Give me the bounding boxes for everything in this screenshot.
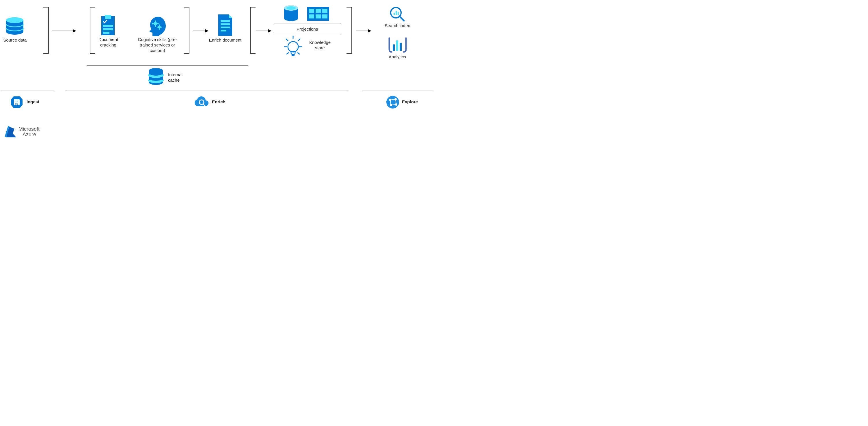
projections-bottom-rule xyxy=(274,34,341,34)
svg-point-45 xyxy=(288,41,298,52)
branding-line1: Microsoft xyxy=(19,126,39,132)
svg-rect-17 xyxy=(159,25,160,26)
arrow-proj-to-explore xyxy=(356,29,372,33)
svg-point-16 xyxy=(158,26,161,29)
ingest-rule xyxy=(1,91,54,91)
analytics-label: Analytics xyxy=(381,54,413,60)
svg-rect-37 xyxy=(322,14,328,19)
svg-marker-22 xyxy=(205,29,209,33)
svg-rect-33 xyxy=(316,9,321,13)
knowledge-store-label: Knowledge store xyxy=(306,40,334,51)
svg-rect-53 xyxy=(398,12,399,15)
svg-line-44 xyxy=(298,53,300,54)
enrich-phase-label: Enrich xyxy=(212,99,235,105)
svg-point-9 xyxy=(154,22,157,25)
arrow-source-to-enrich xyxy=(52,29,76,33)
blob-icon xyxy=(283,5,299,21)
svg-rect-26 xyxy=(221,30,226,31)
svg-point-1 xyxy=(6,17,23,23)
svg-rect-34 xyxy=(322,9,328,13)
enrich-document-icon xyxy=(217,14,233,36)
svg-rect-10 xyxy=(155,21,156,22)
enrich-rule xyxy=(65,91,348,91)
svg-rect-19 xyxy=(157,27,158,28)
arrow-enrich-to-doc xyxy=(193,29,209,33)
ingest-phase-icon: 10 01 xyxy=(10,95,24,109)
svg-line-50 xyxy=(399,16,404,21)
analytics-icon xyxy=(388,36,407,54)
svg-rect-36 xyxy=(316,14,321,19)
svg-rect-55 xyxy=(396,40,398,51)
svg-rect-11 xyxy=(155,25,156,27)
svg-rect-54 xyxy=(393,44,395,51)
ingest-phase-label: Ingest xyxy=(27,99,50,105)
diagram-canvas: Source data Document cracking xyxy=(0,0,434,213)
svg-line-40 xyxy=(298,39,300,41)
svg-marker-48 xyxy=(368,29,371,33)
svg-rect-56 xyxy=(400,43,402,51)
table-icon xyxy=(307,6,330,21)
explore-rule xyxy=(362,91,433,91)
svg-rect-7 xyxy=(103,28,113,30)
enrich-phase-icon xyxy=(194,95,209,108)
svg-marker-28 xyxy=(268,29,272,33)
svg-text:10: 10 xyxy=(15,100,19,102)
cognitive-skills-label: Cognitive skills (pre- trained services … xyxy=(134,37,181,53)
svg-rect-52 xyxy=(396,11,397,15)
svg-rect-18 xyxy=(159,29,160,30)
branding-line2: Azure xyxy=(19,132,39,137)
document-cracking-icon xyxy=(100,15,116,36)
svg-rect-32 xyxy=(309,9,314,13)
search-index-icon xyxy=(389,6,406,23)
source-data-icon xyxy=(5,17,25,36)
explore-phase-icon xyxy=(386,95,400,109)
svg-point-30 xyxy=(286,6,296,10)
source-data-label: Source data xyxy=(0,37,30,43)
enrich-document-label: Enrich document xyxy=(204,37,247,43)
cognitive-skills-icon xyxy=(147,15,168,36)
bracket-after-source xyxy=(43,7,52,54)
azure-branding-text: Microsoft Azure xyxy=(19,126,39,137)
svg-point-64 xyxy=(386,96,399,108)
explore-phase-label: Explore xyxy=(402,99,428,105)
svg-rect-24 xyxy=(221,23,230,25)
bracket-enrich-close xyxy=(184,7,193,54)
svg-text:01: 01 xyxy=(15,102,19,105)
arrow-doc-to-proj xyxy=(256,29,272,33)
internal-cache-icon xyxy=(148,68,164,87)
svg-rect-25 xyxy=(221,27,230,28)
svg-rect-51 xyxy=(394,13,395,15)
svg-rect-8 xyxy=(103,32,110,34)
svg-rect-23 xyxy=(221,20,230,22)
search-index-label: Search index xyxy=(381,23,413,29)
svg-rect-46 xyxy=(292,54,294,56)
svg-rect-6 xyxy=(103,25,113,27)
bracket-proj-open xyxy=(247,7,255,54)
svg-marker-3 xyxy=(73,29,76,33)
svg-rect-20 xyxy=(161,27,162,28)
svg-rect-5 xyxy=(105,15,111,19)
azure-logo-icon xyxy=(3,125,18,139)
internal-cache-label: Internal cache xyxy=(168,72,194,83)
projections-label: Projections xyxy=(274,27,341,32)
knowledge-store-icon xyxy=(283,35,303,61)
bracket-proj-close xyxy=(346,7,355,54)
svg-rect-35 xyxy=(309,14,314,19)
document-cracking-label: Document cracking xyxy=(92,37,124,48)
svg-line-39 xyxy=(286,39,288,41)
svg-line-43 xyxy=(286,53,289,54)
